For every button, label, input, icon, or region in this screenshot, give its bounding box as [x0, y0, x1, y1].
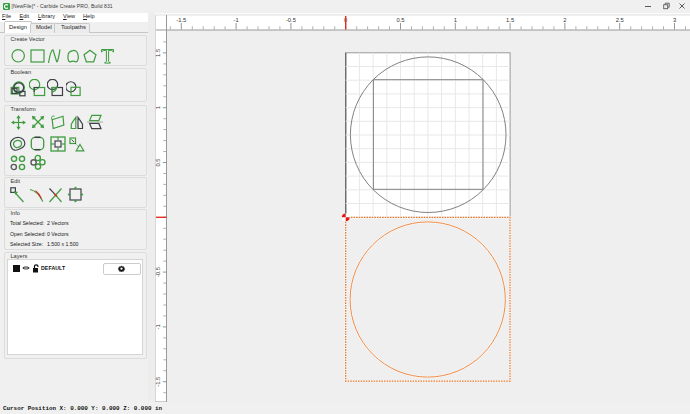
svg-text:-0.5: -0.5 — [286, 17, 296, 23]
svg-text:-1: -1 — [155, 324, 161, 329]
svg-text:-1.5: -1.5 — [155, 377, 161, 387]
svg-text:3: 3 — [673, 17, 676, 23]
svg-text:-0.5: -0.5 — [155, 267, 161, 277]
svg-text:2.5: 2.5 — [616, 17, 624, 23]
svg-text:2: 2 — [563, 17, 566, 23]
svg-text:1: 1 — [155, 106, 161, 109]
svg-text:-1: -1 — [234, 17, 239, 23]
svg-text:0.5: 0.5 — [396, 17, 404, 23]
svg-text:1.5: 1.5 — [506, 17, 514, 23]
svg-text:1: 1 — [454, 17, 457, 23]
svg-text:1.5: 1.5 — [155, 49, 161, 57]
svg-text:0.5: 0.5 — [155, 158, 161, 166]
svg-text:-1.5: -1.5 — [176, 17, 186, 23]
